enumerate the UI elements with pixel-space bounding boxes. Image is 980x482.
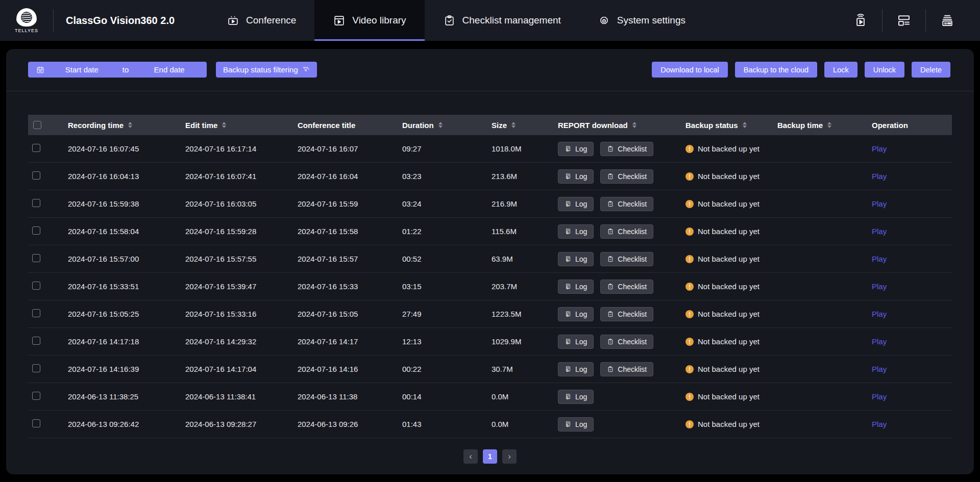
play-link[interactable]: Play <box>872 337 887 346</box>
date-range-picker[interactable]: Start date to End date <box>28 62 207 78</box>
checklist-button-icon <box>607 283 614 290</box>
play-link[interactable]: Play <box>872 282 887 291</box>
checklist-button[interactable]: Checklist <box>600 142 653 156</box>
sort-icon[interactable] <box>511 122 516 128</box>
cell-duration: 03:23 <box>398 172 487 181</box>
sort-icon[interactable] <box>743 122 747 128</box>
cell-recording-time: 2024-07-16 15:57:00 <box>64 255 181 263</box>
prev-page-button[interactable] <box>463 449 478 464</box>
layout-icon[interactable] <box>883 0 925 41</box>
log-button[interactable]: Log <box>558 169 594 184</box>
delete-button[interactable]: Delete <box>912 62 950 78</box>
tab-system-settings[interactable]: System settings <box>579 0 704 41</box>
checklist-button[interactable]: Checklist <box>600 362 653 376</box>
log-icon <box>565 173 572 180</box>
backup-status-filter-button[interactable]: Backup status filtering <box>216 62 317 78</box>
sort-icon[interactable] <box>438 122 443 128</box>
play-link[interactable]: Play <box>872 392 887 401</box>
play-link[interactable]: Play <box>872 172 887 181</box>
log-button[interactable]: Log <box>558 197 594 211</box>
log-button[interactable]: Log <box>558 335 594 349</box>
cast-play-icon[interactable] <box>839 0 882 41</box>
sort-icon[interactable] <box>222 122 226 128</box>
play-link[interactable]: Play <box>872 199 887 208</box>
log-button[interactable]: Log <box>558 307 594 321</box>
backup-status-text: Not backed up yet <box>698 199 760 208</box>
play-link[interactable]: Play <box>872 255 887 263</box>
cell-duration: 00:14 <box>398 392 487 401</box>
storage-icon[interactable] <box>926 0 969 41</box>
checklist-button[interactable]: Checklist <box>600 280 653 294</box>
tab-checklist-management[interactable]: Checklist management <box>425 0 579 41</box>
log-button[interactable]: Log <box>558 252 594 266</box>
sort-icon[interactable] <box>632 122 636 128</box>
table-row: 2024-06-13 11:38:25 2024-06-13 11:38:41 … <box>28 383 952 411</box>
row-checkbox[interactable] <box>32 226 40 235</box>
play-link[interactable]: Play <box>872 227 887 236</box>
warning-icon: ! <box>685 338 694 346</box>
row-checkbox[interactable] <box>32 171 40 180</box>
play-link[interactable]: Play <box>872 420 887 428</box>
checklist-label: Checklist <box>618 172 647 181</box>
tab-conference[interactable]: Conference <box>208 0 314 41</box>
unlock-button[interactable]: Unlock <box>865 62 904 78</box>
warning-icon: ! <box>685 145 694 153</box>
log-button[interactable]: Log <box>558 390 594 404</box>
sort-icon[interactable] <box>128 122 132 128</box>
play-link[interactable]: Play <box>872 365 887 373</box>
column-header: Recording time <box>64 121 181 130</box>
row-checkbox[interactable] <box>32 282 40 290</box>
sort-icon[interactable] <box>827 122 831 128</box>
backup-status-text: Not backed up yet <box>698 392 760 401</box>
row-checkbox[interactable] <box>32 337 40 345</box>
checklist-button[interactable]: Checklist <box>600 169 653 184</box>
cell-duration: 03:15 <box>398 282 487 291</box>
log-label: Log <box>575 310 587 318</box>
table-row: 2024-07-16 15:05:25 2024-07-16 15:33:16 … <box>28 300 952 328</box>
cell-report-download: Log Checklist <box>554 335 681 349</box>
row-checkbox[interactable] <box>32 392 40 400</box>
log-button[interactable]: Log <box>558 224 594 239</box>
row-checkbox[interactable] <box>32 199 40 207</box>
tab-video-library[interactable]: Video library <box>314 0 424 41</box>
row-checkbox[interactable] <box>32 419 40 427</box>
play-link[interactable]: Play <box>872 144 887 153</box>
cell-report-download: Log Checklist <box>554 280 681 294</box>
row-checkbox[interactable] <box>32 364 40 372</box>
row-checkbox[interactable] <box>32 254 40 262</box>
end-date-input[interactable]: End date <box>132 65 207 74</box>
download-to-local-button[interactable]: Download to local <box>652 62 727 78</box>
log-icon <box>565 366 572 373</box>
log-button[interactable]: Log <box>558 362 594 376</box>
main-nav: Conference Video library Checklist manag… <box>208 0 704 41</box>
checklist-button[interactable]: Checklist <box>600 197 653 211</box>
checklist-button[interactable]: Checklist <box>600 252 653 266</box>
cell-size: 203.7M <box>487 282 554 291</box>
warning-icon: ! <box>685 255 694 263</box>
cell-recording-time: 2024-07-16 15:58:04 <box>64 227 181 236</box>
cell-duration: 27:49 <box>398 310 487 318</box>
log-button[interactable]: Log <box>558 417 594 432</box>
cell-report-download: Log Checklist <box>554 169 681 184</box>
row-checkbox[interactable] <box>32 309 40 317</box>
table-row: 2024-07-16 15:58:04 2024-07-16 15:59:28 … <box>28 218 952 245</box>
checklist-button-icon <box>607 256 614 263</box>
log-button[interactable]: Log <box>558 142 594 156</box>
lock-button[interactable]: Lock <box>824 62 857 78</box>
checklist-button[interactable]: Checklist <box>600 335 653 349</box>
select-all-checkbox[interactable] <box>33 121 41 129</box>
cell-size: 115.6M <box>487 227 554 236</box>
start-date-input[interactable]: Start date <box>44 65 119 74</box>
cell-backup-status: ! Not backed up yet <box>681 420 773 428</box>
backup-to-cloud-button[interactable]: Backup to the cloud <box>735 62 817 78</box>
current-page-button[interactable]: 1 <box>483 449 497 464</box>
cell-report-download: Log Checklist <box>554 197 681 211</box>
row-checkbox[interactable] <box>32 144 40 152</box>
column-label: Recording time <box>68 121 124 130</box>
play-link[interactable]: Play <box>872 310 887 318</box>
log-button[interactable]: Log <box>558 280 594 294</box>
cell-size: 63.9M <box>487 255 554 263</box>
checklist-button[interactable]: Checklist <box>600 224 653 239</box>
checklist-button[interactable]: Checklist <box>600 307 653 321</box>
next-page-button[interactable] <box>502 449 517 464</box>
